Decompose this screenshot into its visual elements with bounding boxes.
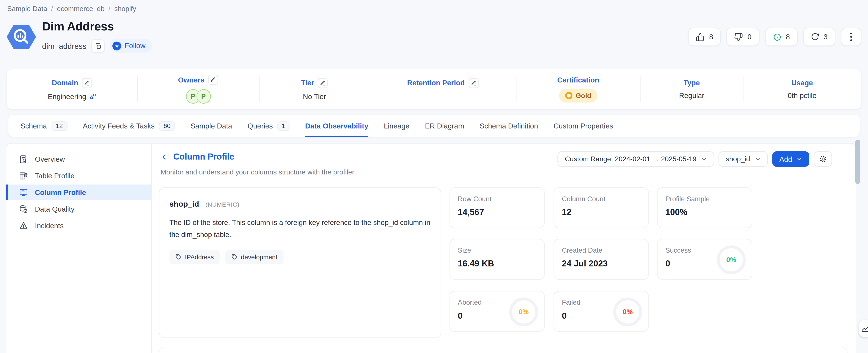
stat-card-failed: Failed 0 0% <box>554 291 649 332</box>
tag-chip[interactable]: development <box>225 249 283 264</box>
chevron-down-icon <box>702 156 707 162</box>
tab-activity-feeds[interactable]: Activity Feeds & Tasks60 <box>83 115 175 137</box>
sidebar-item-column-profile[interactable]: Column Profile <box>6 185 151 200</box>
usage-value: 0th pctile <box>788 91 817 99</box>
column-datatype: (NUMERIC) <box>205 201 239 208</box>
medal-icon <box>565 92 572 99</box>
stat-card-aborted: Aborted 0 0% <box>450 291 545 332</box>
meta-domain: Domain Engineering <box>7 69 137 109</box>
failed-percent-ring: 0% <box>613 297 642 326</box>
downvote-count: 0 <box>747 33 751 41</box>
sidebar-item-overview[interactable]: Overview <box>6 151 151 167</box>
profile-controls: Custom Range: 2024-02-01 → 2025-05-19 sh… <box>558 151 832 167</box>
domain-value[interactable]: Engineering <box>48 92 86 100</box>
bigquery-service-icon <box>7 22 36 52</box>
edit-owners-button[interactable] <box>208 75 218 85</box>
more-options-button[interactable] <box>841 28 861 46</box>
sidebar-item-table-profile[interactable]: Table Profile <box>6 168 151 183</box>
page-title: Dim Address <box>42 20 114 34</box>
tab-sample-data[interactable]: Sample Data <box>190 115 232 137</box>
column-profile-icon <box>19 187 28 197</box>
copy-name-button[interactable] <box>91 39 105 53</box>
breadcrumb-separator: / <box>51 5 53 13</box>
meta-owners: Owners P P <box>137 69 259 109</box>
settings-button[interactable] <box>814 151 832 167</box>
stat-card-size: Size 16.49 KB <box>450 239 545 280</box>
stat-card-created-date: Created Date 24 Jul 2023 <box>554 239 649 280</box>
sidebar-item-data-quality[interactable]: Data Quality <box>6 201 151 217</box>
follow-label: Follow <box>125 41 145 50</box>
column-summary-card: shop_id (NUMERIC) The ID of the store. T… <box>159 187 441 338</box>
observability-sidenav: Overview Table Profile Column Profile Da… <box>6 144 152 353</box>
breadcrumb-database[interactable]: ecommerce_db <box>57 5 104 13</box>
tab-custom-properties[interactable]: Custom Properties <box>554 115 613 137</box>
floating-widget-button[interactable] <box>859 320 868 337</box>
type-label: Type <box>684 79 700 87</box>
thumbs-up-icon <box>696 32 705 41</box>
watch-circle-icon <box>772 32 781 41</box>
type-value: Regular <box>679 91 704 99</box>
retention-value: - - <box>439 92 446 100</box>
tab-count-badge: 60 <box>159 121 175 130</box>
owner-avatar[interactable]: P <box>196 89 211 104</box>
chevron-down-icon <box>755 156 761 162</box>
meta-tier: Tier No Tier <box>259 69 370 109</box>
tab-count-badge: 12 <box>51 121 67 130</box>
breadcrumb-schema[interactable]: shopify <box>114 5 136 13</box>
column-description: The ID of the store. This column is a fo… <box>169 216 431 241</box>
tag-icon <box>176 254 182 260</box>
retention-label: Retention Period <box>407 79 465 87</box>
tab-lineage[interactable]: Lineage <box>384 115 409 137</box>
success-percent-ring: 0% <box>717 245 745 274</box>
watch-button[interactable]: 8 <box>765 28 798 46</box>
domain-link-icon <box>90 93 96 100</box>
tier-value: No Tier <box>303 92 326 100</box>
breadcrumb-separator: / <box>108 5 111 13</box>
observability-panel: Overview Table Profile Column Profile Da… <box>6 143 856 353</box>
tab-queries[interactable]: Queries1 <box>248 115 290 137</box>
next-section-card <box>159 347 848 353</box>
breadcrumb-service[interactable]: Sample Data <box>7 5 47 13</box>
downvote-button[interactable]: 0 <box>726 28 759 46</box>
add-button[interactable]: Add <box>772 151 809 167</box>
vertical-scrollbar[interactable] <box>855 140 860 184</box>
sidebar-item-incidents[interactable]: Incidents <box>6 218 151 233</box>
tag-chip[interactable]: IPAddress <box>169 249 220 264</box>
table-details-page: Sample Data / ecommerce_db / shopify Dim… <box>0 0 868 353</box>
version-count: 3 <box>824 33 828 41</box>
overview-icon <box>19 154 28 164</box>
metadata-card: Domain Engineering Owners P P Tier <box>7 69 861 109</box>
version-button[interactable]: 3 <box>803 28 835 46</box>
tab-data-observability[interactable]: Data Observability <box>305 115 368 137</box>
edit-domain-button[interactable] <box>82 78 92 88</box>
upvote-count: 8 <box>709 33 713 41</box>
edit-tier-button[interactable] <box>318 78 328 88</box>
back-chevron-icon[interactable] <box>160 153 167 160</box>
tab-schema[interactable]: Schema12 <box>21 115 67 137</box>
copy-icon <box>95 42 101 49</box>
usage-label: Usage <box>792 79 813 87</box>
tag-icon <box>231 254 238 260</box>
date-range-dropdown[interactable]: Custom Range: 2024-02-01 → 2025-05-19 <box>558 151 714 167</box>
tab-schema-definition[interactable]: Schema Definition <box>480 115 538 137</box>
pen-icon <box>861 325 868 332</box>
aborted-percent-ring: 0% <box>509 297 538 326</box>
owners-label: Owners <box>178 76 204 84</box>
upvote-button[interactable]: 8 <box>688 28 721 46</box>
thumbs-down-icon <box>734 32 743 41</box>
certification-label: Certification <box>557 76 599 84</box>
entity-name: dim_address <box>42 41 87 50</box>
meta-retention: Retention Period - - <box>370 69 516 109</box>
star-icon: ★ <box>113 41 121 50</box>
data-quality-icon <box>19 204 28 214</box>
meta-usage: Usage 0th pctile <box>743 69 861 109</box>
stat-card-profile-sample: Profile Sample 100% <box>657 187 752 228</box>
tab-er-diagram[interactable]: ER Diagram <box>425 115 464 137</box>
edit-retention-button[interactable] <box>468 78 478 88</box>
stat-card-column-count: Column Count 12 <box>554 187 649 228</box>
follow-button[interactable]: ★ Follow <box>110 39 152 53</box>
chevron-down-icon <box>797 156 802 162</box>
entity-tabs: Schema12 Activity Feeds & Tasks60 Sample… <box>8 115 860 137</box>
column-selector-dropdown[interactable]: shop_id <box>718 151 768 167</box>
column-name: shop_id <box>169 200 199 208</box>
